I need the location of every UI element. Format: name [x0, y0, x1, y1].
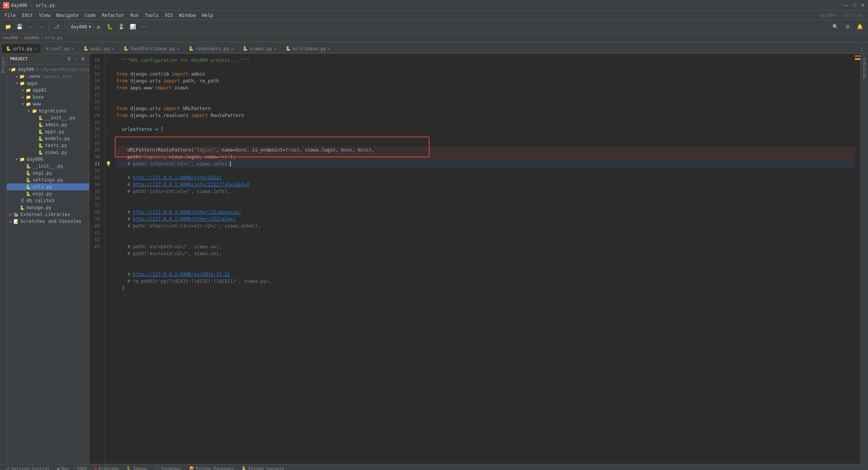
git-button[interactable]: ⎇ [52, 23, 61, 31]
sidebar-item-urls-py[interactable]: 🐍 urls.py [7, 183, 89, 190]
tab-wsgi-py-close[interactable]: ✕ [112, 46, 114, 51]
tab-conf-py[interactable]: ⚙ conf.py ✕ [42, 43, 78, 53]
code-token: django.urls.resolvers [127, 112, 191, 119]
tab-urls-py[interactable]: 🐍 urls.py ✕ [2, 43, 41, 53]
search-everywhere-button[interactable]: 🔍 [830, 23, 840, 31]
sidebar-item-init-www[interactable]: 🐍 __init__.py [7, 114, 89, 121]
bottom-tab-debug[interactable]: 🐛 Debug [123, 465, 150, 470]
bottom-tab-todo[interactable]: TODO [73, 465, 91, 470]
menu-run[interactable]: Run [127, 12, 142, 19]
vtab-structure[interactable]: Structure [861, 55, 867, 81]
profile-button[interactable]: 📊 [128, 23, 138, 31]
debug-button[interactable]: 🐛 [105, 23, 115, 31]
run-config-dropdown[interactable]: day006 ▼ [68, 23, 94, 31]
coverage-button[interactable]: ⌛ [116, 23, 126, 31]
tab-urls-base-close[interactable]: ✕ [328, 46, 330, 51]
settings-button[interactable]: ⚙ [843, 23, 852, 31]
close-button[interactable]: ✕ [861, 2, 865, 8]
sidebar-gear-button[interactable]: ⚙ [80, 56, 86, 62]
menu-vcs[interactable]: VCS [162, 12, 176, 19]
bottom-tab-terminal[interactable]: ⬛ Terminal [150, 465, 185, 470]
bottom-tab-python-console[interactable]: 🐍 Python Console [238, 465, 288, 470]
sidebar-item-admin-py[interactable]: 🐍 admin.py [7, 121, 89, 128]
code-link[interactable]: http://127.0.0.1:8000/other/222/alex/ [133, 216, 235, 223]
code-link[interactable]: http://127.0.0.1:8000/yy/2014-11-11 [133, 271, 230, 278]
sidebar-item-tests-py[interactable]: 🐍 tests.py [7, 142, 89, 149]
sidebar-item-base[interactable]: ▶ 📁 base [7, 94, 89, 101]
menu-navigate[interactable]: Navigate [53, 12, 82, 19]
bottom-tab-run[interactable]: ▶ Run [53, 465, 73, 470]
menu-view[interactable]: View [36, 12, 53, 19]
code-link[interactable]: http://127.0.0.1:8000/info/2222/ [133, 174, 222, 181]
menu-code[interactable]: Code [82, 12, 99, 19]
sidebar-item-wsgi-py-day006[interactable]: 🐍 wsgi.py [7, 190, 89, 197]
code-container[interactable]: 16 17 18 19 20 21 22 23 24 25 26 27 28 2… [89, 54, 860, 464]
bottom-tab-python-packages[interactable]: 📦 Python Packages [185, 465, 238, 470]
tab-handlers-base-py[interactable]: 🐍 handlers\base.py ✕ [119, 43, 184, 53]
bottom-tab-version-control[interactable]: ⎇ Version Control [2, 465, 53, 470]
sidebar-item-asgi-py[interactable]: 🐍 asgi.py [7, 170, 89, 176]
gutter-empty-35 [105, 188, 112, 195]
menu-file[interactable]: File [2, 12, 19, 19]
maximize-button[interactable]: □ [853, 2, 856, 8]
gutter-fold-26[interactable]: ⌵ [105, 57, 112, 64]
sidebar-item-www[interactable]: ▼ 📁 www [7, 101, 89, 107]
code-token: path( [116, 153, 141, 160]
menu-window[interactable]: Window [176, 12, 199, 19]
code-content[interactable]: """URL configuration for day006 project.… [112, 54, 855, 464]
sidebar-item-db-sqlite3[interactable]: 🗄 db.sqlite3 [7, 197, 89, 204]
sidebar-item-migrations[interactable]: ▶ 📁 migrations [7, 107, 89, 114]
tab-conf-py-label: conf.py [50, 46, 70, 51]
run-button[interactable]: ▶ [95, 23, 103, 31]
tab-resolvers-py[interactable]: 🐍 resolvers.py ✕ [184, 43, 238, 53]
menu-edit[interactable]: Edit [19, 12, 36, 19]
back-button[interactable]: ← [26, 23, 35, 31]
tabs-bar: 🐍 urls.py ✕ ⚙ conf.py ✕ 🐍 wsgi.py ✕ 🐍 ha… [0, 42, 868, 54]
sidebar-item-init-day006[interactable]: 🐍 __init__.py [7, 163, 89, 170]
tab-views-py[interactable]: 🐍 views.py ✕ [238, 43, 281, 53]
open-folder-button[interactable]: 📁 [3, 23, 13, 31]
sidebar-collapse-button[interactable]: − [74, 56, 78, 62]
sidebar-item-views-py-www[interactable]: 🐍 views.py [7, 149, 89, 156]
tab-views-close[interactable]: ✕ [274, 46, 276, 51]
sidebar-item-apps-py[interactable]: 🐍 apps.py [7, 128, 89, 135]
tab-handlers-close[interactable]: ✕ [177, 46, 179, 51]
sidebar-settings-button[interactable]: ☰ [66, 56, 72, 62]
tabs-more-button[interactable]: ⋮ [857, 45, 866, 53]
more-run-button[interactable]: ⋯ [139, 23, 148, 31]
bottom-tab-problems[interactable]: ⊗ Problems [91, 465, 123, 470]
menu-tools[interactable]: Tools [142, 12, 162, 19]
sidebar-item-manage-py[interactable]: 🐍 manage.py [7, 204, 89, 211]
sidebar-item-venv[interactable]: ▶ 📂 .venv library root [7, 73, 89, 80]
tab-resolvers-close[interactable]: ✕ [231, 46, 233, 51]
sidebar-item-app01[interactable]: ▶ 📁 app01 [7, 87, 89, 94]
gutter-warn-31[interactable]: 💡 [105, 160, 112, 167]
vtab-project[interactable]: Project [0, 54, 6, 76]
sidebar-item-scratches[interactable]: ▶ 📝 Scratches and Consoles [7, 218, 89, 225]
sidebar-item-settings-py[interactable]: 🐍 settings.py [7, 176, 89, 183]
tab-urls-base-py[interactable]: 🐍 urls\base.py ✕ [281, 43, 335, 53]
sidebar-item-external-libs[interactable]: ▶ 📚 External Libraries [7, 211, 89, 218]
folder-icon: 📁 [19, 156, 25, 162]
breadcrumb-part-3[interactable]: urls.py [45, 35, 63, 40]
code-link[interactable]: http://127.0.0.1:8000/other/11/wupeiqi/ [133, 209, 241, 216]
conf-py-icon: ⚙ [46, 46, 49, 51]
code-link[interactable]: http://127.0.0.1:8000/info/2222/?a1=1&b1… [133, 181, 249, 188]
breadcrumb-part-2[interactable]: day006 [24, 35, 39, 40]
sidebar-item-day006-root[interactable]: ▼ 📁 day006 E:\PycharmProjects\day0... [7, 66, 89, 73]
sidebar-item-day006-sub[interactable]: ▼ 📁 day006 [7, 156, 89, 163]
tab-wsgi-py[interactable]: 🐍 wsgi.py ✕ [79, 43, 119, 53]
forward-button[interactable]: → [36, 23, 45, 31]
notifications-button[interactable]: 🔔 [855, 23, 865, 31]
minimize-button[interactable]: — [843, 2, 848, 8]
breadcrumb-part-1[interactable]: day006 [3, 35, 18, 40]
gutter-fold-urlpatterns[interactable]: ⌵ [105, 126, 112, 133]
save-button[interactable]: 💾 [15, 23, 25, 31]
sidebar-item-models-py[interactable]: 🐍 models.py [7, 135, 89, 142]
menu-help[interactable]: Help [199, 12, 216, 19]
tab-conf-py-close[interactable]: ✕ [72, 46, 74, 51]
sidebar-item-apps[interactable]: ▼ 📁 apps [7, 80, 89, 87]
menu-refactor[interactable]: Refactor [99, 12, 127, 19]
tab-urls-py-close[interactable]: ✕ [35, 46, 37, 51]
line-num-19: 19 [89, 78, 102, 84]
